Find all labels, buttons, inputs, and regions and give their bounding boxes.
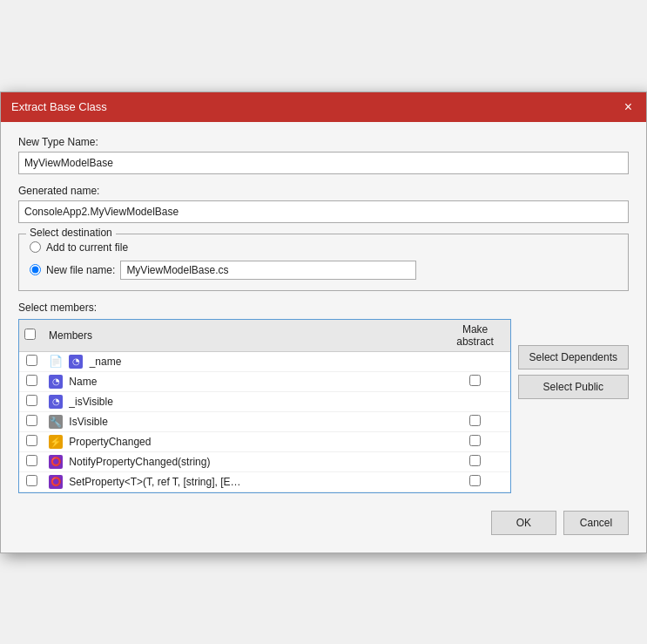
abstract-check-cell: [441, 351, 510, 371]
table-row: ⭕ NotifyPropertyChanged(string): [19, 451, 510, 471]
new-file-name-input[interactable]: [120, 261, 416, 280]
member-name: IsVisible: [69, 416, 107, 428]
member-checkbox[interactable]: [26, 375, 37, 386]
select-destination-group: Select destination Add to current file N…: [18, 234, 629, 291]
abstract-checkbox[interactable]: [469, 415, 481, 426]
members-table-wrapper: Members Make abstract 📄 ◔: [18, 319, 511, 493]
member-name-cell: ◔ Name: [44, 371, 441, 391]
generated-name-input[interactable]: [18, 200, 629, 223]
dialog-footer: OK Cancel: [18, 507, 629, 539]
member-name-cell: ◔ _isVisible: [44, 391, 441, 411]
member-name-cell: ⭕ NotifyPropertyChanged(string): [44, 451, 441, 471]
row-check-cell: [19, 351, 44, 371]
field-icon: ◔: [49, 395, 63, 409]
new-file-radio[interactable]: [30, 264, 41, 275]
abstract-checkbox[interactable]: [469, 455, 481, 466]
member-name: _name: [90, 356, 122, 368]
member-name-cell: ⚡ PropertyChanged: [44, 431, 441, 451]
member-checkbox[interactable]: [26, 395, 37, 406]
col-header-members: Members: [44, 320, 441, 352]
member-name: NotifyPropertyChanged(string): [69, 456, 210, 468]
add-to-current-radio[interactable]: [30, 241, 41, 253]
select-destination-legend: Select destination: [26, 227, 116, 239]
table-row: 📄 ◔ _name: [19, 351, 510, 371]
table-row: ⭕ SetProperty<T>(T, ref T, [string], [E…: [19, 471, 510, 491]
property-icon: ◔: [49, 375, 63, 389]
event-icon: ⚡: [49, 435, 63, 449]
table-row: ◔ _isVisible: [19, 391, 510, 411]
wrench-icon: 🔧: [49, 415, 63, 429]
method-icon: ⭕: [49, 475, 63, 489]
member-name: _isVisible: [69, 396, 112, 408]
generated-name-label: Generated name:: [18, 185, 629, 197]
new-type-name-label: New Type Name:: [18, 136, 629, 148]
method-icon: ⭕: [49, 455, 63, 469]
member-name: SetProperty<T>(T, ref T, [string], [E…: [69, 476, 240, 488]
members-table: Members Make abstract 📄 ◔: [19, 320, 510, 492]
extract-base-class-dialog: Extract Base Class × New Type Name: Gene…: [0, 92, 647, 553]
new-file-row: New file name:: [30, 261, 617, 280]
field-icon: 📄: [49, 355, 63, 369]
member-checkbox[interactable]: [26, 475, 37, 486]
col-header-check: [19, 320, 44, 352]
member-checkbox[interactable]: [26, 355, 37, 366]
side-buttons: Select Dependents Select Public: [518, 319, 629, 493]
new-file-label[interactable]: New file name:: [46, 264, 115, 276]
members-section: Members Make abstract 📄 ◔: [18, 319, 629, 493]
select-members-label: Select members:: [18, 302, 629, 314]
cancel-button[interactable]: Cancel: [563, 511, 629, 535]
table-row: ◔ Name: [19, 371, 510, 391]
add-to-current-row: Add to current file: [30, 241, 617, 254]
select-public-button[interactable]: Select Public: [518, 375, 629, 399]
member-name-cell: 🔧 IsVisible: [44, 411, 441, 431]
ok-button[interactable]: OK: [491, 511, 556, 535]
title-bar: Extract Base Class ×: [1, 92, 646, 122]
dialog-title: Extract Base Class: [11, 100, 107, 113]
member-checkbox[interactable]: [26, 455, 37, 466]
close-button[interactable]: ×: [621, 98, 636, 116]
member-checkbox[interactable]: [26, 435, 37, 446]
member-name-cell: ⭕ SetProperty<T>(T, ref T, [string], [E…: [44, 471, 441, 491]
select-dependents-button[interactable]: Select Dependents: [518, 345, 629, 369]
member-name: PropertyChanged: [69, 436, 151, 448]
abstract-checkbox[interactable]: [469, 435, 481, 446]
table-row: 🔧 IsVisible: [19, 411, 510, 431]
member-name-cell: 📄 ◔ _name: [44, 351, 441, 371]
abstract-checkbox[interactable]: [469, 375, 481, 386]
select-all-checkbox[interactable]: [24, 329, 36, 340]
member-name: Name: [69, 376, 97, 388]
dialog-body: New Type Name: Generated name: Select de…: [1, 122, 646, 552]
abstract-checkbox[interactable]: [469, 475, 481, 486]
new-type-name-input[interactable]: [18, 152, 629, 174]
new-type-name-row: New Type Name:: [18, 136, 629, 174]
generated-name-row: Generated name:: [18, 185, 629, 223]
table-row: ⚡ PropertyChanged: [19, 431, 510, 451]
add-to-current-label[interactable]: Add to current file: [46, 241, 128, 254]
member-checkbox[interactable]: [26, 415, 37, 426]
col-header-abstract: Make abstract: [441, 320, 510, 352]
field-icon: ◔: [69, 355, 83, 369]
